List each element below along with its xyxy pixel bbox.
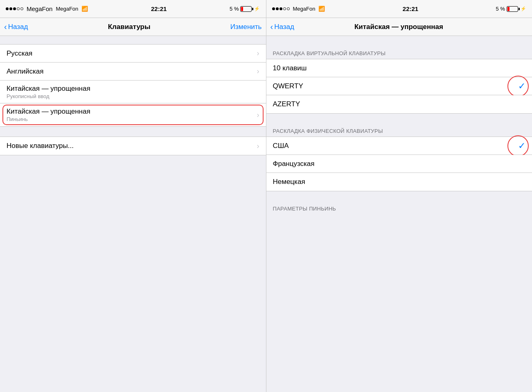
virtual-section-header: РАСКЛАДКА ВИРТУАЛЬНОЙ КЛАВИАТУРЫ [266,36,532,59]
row-title-10keys: 10 клавиш [273,64,307,72]
row-content-usa: США [273,142,289,150]
bottom-partial-header: ПАРАМЕТРЫ ПИНЬИНЬ [266,191,532,214]
dot1 [6,7,9,10]
list-item[interactable]: QWERTY ✓ [266,77,532,95]
status-left-right: MegaFon 📶 [272,6,325,12]
row-title-chinese-pinyin: Китайская — упрощенная [7,108,90,116]
nav-action-left[interactable]: Изменить [230,23,262,31]
dot2r [276,7,279,10]
nav-title-right: Китайская — упрощенная [354,23,443,31]
dot4 [17,7,20,10]
battery-icon-right [507,6,518,12]
row-title-german: Немецкая [273,178,305,186]
row-content-chinese-pinyin: Китайская — упрощенная Пиньинь [7,108,90,122]
row-content-chinese-handwriting: Китайская — упрощенная Рукописный ввод [7,85,90,99]
status-bar-left: MegaFon MegaFon 📶 22:21 5 % ⚡ [0,0,266,18]
row-content-10keys: 10 клавиш [273,64,307,72]
list-item[interactable]: Китайская — упрощенная Рукописный ввод [0,81,266,103]
list-item[interactable]: Французская [266,155,532,173]
list-item[interactable]: 10 клавиш [266,59,532,77]
nav-title-left: Клавиатуры [108,23,151,31]
row-content-qwerty: QWERTY [273,82,303,90]
row-content-azerty: AZERTY [273,100,300,108]
back-button-right[interactable]: ‹ Назад [271,22,294,31]
signal-dots-right [272,7,290,10]
virtual-keyboard-table: 10 клавиш QWERTY ✓ AZERTY [266,59,532,114]
nav-bar-right: ‹ Назад Китайская — упрощенная [266,18,532,36]
bolt-icon-left: ⚡ [254,6,260,11]
gap1 [0,127,266,137]
row-content-french: Французская [273,160,315,168]
row-title-french: Французская [273,160,315,168]
carrier-name-right: MegaFon [293,6,316,12]
physical-section-header: РАСКЛАДКА ФИЗИЧЕСКОЙ КЛАВИАТУРЫ [266,114,532,137]
carrier-name-left: MegaFon [56,6,78,12]
row-content-english: Английская [7,67,43,76]
dot5r [287,7,290,10]
back-button-left[interactable]: ‹ Назад [4,22,28,31]
dot1r [272,7,275,10]
chevron-right-russian: › [257,49,259,58]
battery-area-left: 5 % ⚡ [230,6,260,12]
time-right: 22:21 [403,5,418,12]
status-bar-right: MegaFon 📶 22:21 5 % ⚡ [266,0,532,18]
dot5 [20,7,23,10]
footer-table: Новые клавиатуры... › [0,137,266,155]
battery-pct-left: 5 % [230,6,239,12]
dot2 [9,7,12,10]
list-item[interactable]: Новые клавиатуры... › [0,137,266,155]
bottom-partial-header-text: ПАРАМЕТРЫ ПИНЬИНЬ [273,206,336,212]
section-header-empty-left [0,36,266,44]
battery-icon-left [240,6,252,12]
row-title-qwerty: QWERTY [273,82,303,90]
row-content-russian: Русская [7,49,32,58]
signal-dots [6,7,23,10]
nav-bar-left: ‹ Назад Клавиатуры Изменить [0,18,266,36]
checkmark-qwerty: ✓ [518,81,525,92]
list-item[interactable]: Китайская — упрощенная Пиньинь › [0,103,266,126]
list-item[interactable]: Немецкая [266,173,532,191]
dot3 [13,7,16,10]
physical-section-header-text: РАСКЛАДКА ФИЗИЧЕСКОЙ КЛАВИАТУРЫ [273,128,383,134]
dot4r [283,7,286,10]
list-item[interactable]: AZERTY [266,95,532,113]
row-title-usa: США [273,142,289,150]
row-title-new-keyboards: Новые клавиатуры... [7,142,74,150]
row-title-chinese-handwriting: Китайская — упрощенная [7,85,90,93]
back-chevron-left: ‹ [4,22,7,31]
back-label-right: Назад [274,23,294,31]
list-item[interactable]: Английская › [0,63,266,81]
chevron-right-english: › [257,67,259,76]
row-content-new-keyboards: Новые клавиатуры... [7,142,74,150]
right-panel: MegaFon 📶 22:21 5 % ⚡ ‹ Назад Китайская … [266,0,532,392]
right-spacer [266,214,532,392]
battery-fill-right [507,7,509,11]
dot3r [280,7,282,10]
battery-area-right: 5 % ⚡ [496,6,526,12]
row-title-english: Английская [7,67,43,76]
checkmark-usa: ✓ [518,141,525,151]
row-subtitle-chinese-pinyin: Пиньинь [7,116,90,122]
virtual-section-header-text: РАСКЛАДКА ВИРТУАЛЬНОЙ КЛАВИАТУРЫ [273,50,386,56]
left-spacer [0,155,266,392]
chevron-right-chinese-pinyin: › [257,111,259,119]
status-left: MegaFon MegaFon 📶 [6,5,88,12]
battery-fill-left [241,7,243,11]
wifi-icon-left: 📶 [81,6,88,12]
list-item[interactable]: США ✓ [266,137,532,155]
row-title-azerty: AZERTY [273,100,300,108]
row-subtitle-chinese-handwriting: Рукописный ввод [7,93,90,99]
carrier-left: MegaFon [27,5,52,12]
row-title-russian: Русская [7,49,32,58]
wifi-icon-right: 📶 [318,6,325,12]
chevron-right-new-keyboards: › [257,142,259,150]
back-chevron-right: ‹ [271,22,273,31]
battery-pct-right: 5 % [496,6,505,12]
back-label-left: Назад [8,23,28,31]
physical-keyboard-table: США ✓ Французская Немецкая [266,137,532,191]
list-item[interactable]: Русская › [0,45,266,63]
time-left: 22:21 [151,5,167,12]
row-content-german: Немецкая [273,178,305,186]
left-panel: MegaFon MegaFon 📶 22:21 5 % ⚡ ‹ Назад Кл… [0,0,266,392]
bolt-icon-right: ⚡ [521,6,526,11]
